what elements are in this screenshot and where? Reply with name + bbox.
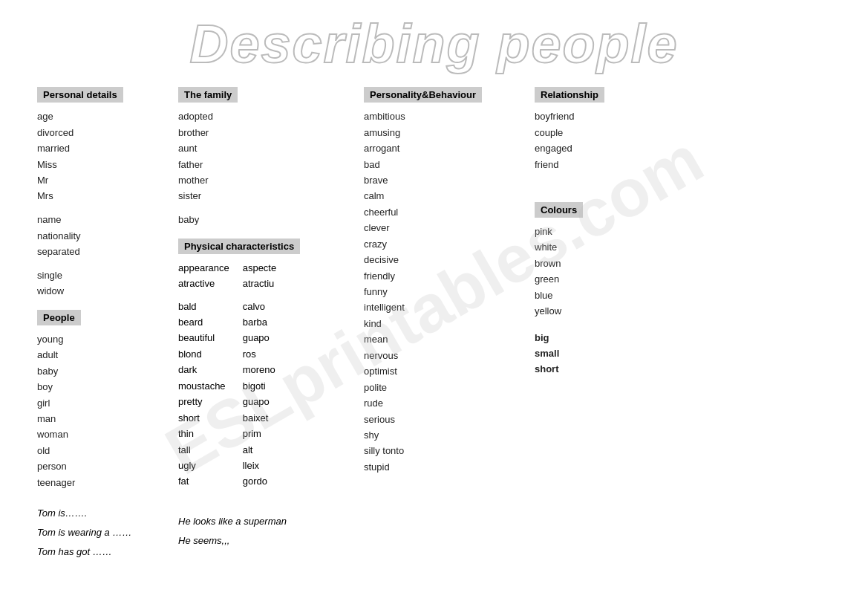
list-item: baixet — [243, 410, 277, 426]
list-item: dark — [178, 362, 229, 377]
personal-details-header: Personal details — [37, 87, 123, 103]
list-item: name — [37, 212, 163, 227]
list-item: fat — [178, 473, 229, 489]
list-item: cheerful — [364, 204, 520, 220]
list-item: bald — [178, 299, 229, 314]
list-item: rude — [364, 395, 520, 411]
list-item: aspecte — [243, 260, 277, 276]
list-item: alt — [243, 442, 277, 458]
list-item: tall — [178, 442, 229, 458]
list-item: Miss — [37, 157, 163, 172]
list-item-short: short — [535, 361, 639, 377]
personality-list: ambitious amusing arrogant bad brave cal… — [364, 108, 520, 475]
list-item: silly tonto — [364, 443, 520, 458]
list-item: lleix — [243, 458, 277, 473]
list-item: mother — [178, 172, 349, 188]
list-item: Mr — [37, 172, 163, 188]
list-item: baby — [178, 212, 349, 227]
list-item: short — [178, 410, 229, 426]
list-item: pink — [535, 224, 639, 239]
list-item: calm — [364, 188, 520, 204]
list-item: separated — [37, 244, 163, 259]
list-item: serious — [364, 412, 520, 427]
list-item: appearance — [178, 260, 229, 276]
sentence-tom-wearing: Tom is wearing a …… — [37, 523, 163, 542]
list-item: optimist — [364, 363, 520, 379]
page-title: Describing people — [30, 15, 838, 74]
list-item: adult — [37, 347, 163, 363]
personality-header: Personality&Behaviour — [364, 87, 482, 103]
colours-header: Colours — [535, 202, 583, 218]
list-item: adopted — [178, 108, 349, 124]
list-item: nervous — [364, 348, 520, 363]
list-item: father — [178, 157, 349, 172]
relationship-list: boyfriend couple engaged friend — [535, 108, 639, 172]
list-item: baby — [37, 363, 163, 379]
family-header: The family — [178, 87, 238, 103]
list-item: bad — [364, 157, 520, 172]
list-item: shy — [364, 427, 520, 443]
list-item: brother — [178, 125, 349, 140]
list-item: pretty — [178, 394, 229, 409]
list-item: atractiu — [243, 276, 277, 291]
list-item: white — [535, 239, 639, 255]
list-item: clever — [364, 220, 520, 236]
physical-characteristics-list: appearance atractive bald beard beautifu… — [178, 260, 349, 490]
list-item: divorced — [37, 125, 163, 140]
list-item: blond — [178, 346, 229, 362]
physical-header: Physical characteristics — [178, 239, 300, 254]
list-item: married — [37, 140, 163, 156]
list-item: boyfriend — [535, 108, 639, 124]
list-item: friendly — [364, 268, 520, 284]
list-item: beard — [178, 314, 229, 330]
list-item: widow — [37, 283, 163, 299]
colours-list: pink white brown green blue yellow — [535, 224, 639, 319]
list-item: sister — [178, 188, 349, 204]
list-item: woman — [37, 426, 163, 442]
list-item: young — [37, 331, 163, 347]
list-item-big: big — [535, 330, 639, 345]
list-item: bigoti — [243, 378, 277, 394]
list-item: Mrs — [37, 188, 163, 204]
list-item: gordo — [243, 473, 277, 489]
list-item: arrogant — [364, 140, 520, 156]
list-item: friend — [535, 157, 639, 172]
list-item: boy — [37, 379, 163, 395]
list-item: barba — [243, 314, 277, 330]
list-item: calvo — [243, 299, 277, 314]
list-item: amusing — [364, 125, 520, 140]
list-item: guapo — [243, 394, 277, 409]
list-item: teenager — [37, 475, 163, 490]
sentence-looks-like: He looks like a superman — [178, 512, 349, 531]
list-item: intelligent — [364, 299, 520, 315]
list-item: aunt — [178, 140, 349, 156]
list-item: prim — [243, 426, 277, 441]
list-item: atractive — [178, 276, 229, 291]
list-item: engaged — [535, 140, 639, 156]
list-item: ugly — [178, 458, 229, 473]
list-item: kind — [364, 316, 520, 331]
sentence-tom-got: Tom has got …… — [37, 542, 163, 562]
sentence-section-right: He looks like a superman He seems,,, — [178, 512, 349, 551]
list-item: brown — [535, 256, 639, 271]
list-item: nationality — [37, 228, 163, 244]
list-item: yellow — [535, 303, 639, 319]
list-item: polite — [364, 380, 520, 395]
list-item: girl — [37, 395, 163, 411]
list-item-small: small — [535, 345, 639, 361]
list-item: person — [37, 458, 163, 474]
list-item: stupid — [364, 459, 520, 475]
sentence-section-left: Tom is……. Tom is wearing a …… Tom has go… — [37, 504, 163, 562]
list-item: moustache — [178, 378, 229, 394]
list-item: old — [37, 443, 163, 458]
list-item: moreno — [243, 362, 277, 377]
people-header: People — [37, 310, 81, 325]
sentence-seems: He seems,,, — [178, 531, 349, 551]
list-item: crazy — [364, 236, 520, 252]
sentence-tom-is: Tom is……. — [37, 504, 163, 523]
list-item: brave — [364, 172, 520, 188]
list-item: guapo — [243, 330, 277, 345]
list-item: green — [535, 271, 639, 287]
list-item: thin — [178, 426, 229, 441]
list-item: man — [37, 411, 163, 426]
